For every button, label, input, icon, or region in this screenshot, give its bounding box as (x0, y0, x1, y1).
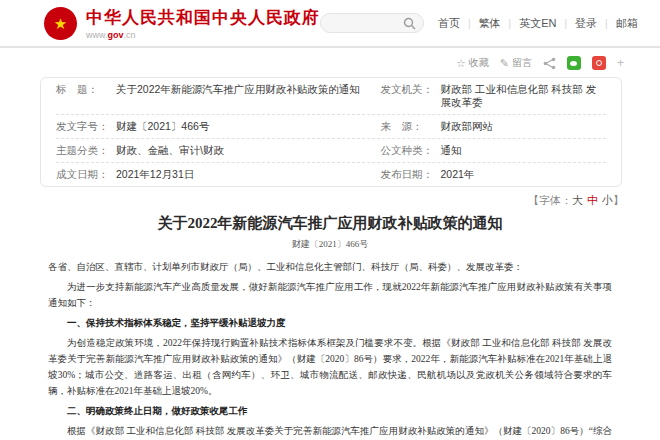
meta-value-category: 财政、金融、审计\财政 (116, 144, 224, 157)
paragraph-salutation: 各省、自治区、直辖市、计划单列市财政厅（局）、工业和信息化主管部门、科技厅（局、… (48, 259, 612, 275)
meta-label-title: 标 题： (56, 83, 116, 109)
font-size-medium-button[interactable]: 中 (587, 194, 598, 206)
section-heading-2: 二、明确政策终止日期，做好政策收尾工作 (48, 403, 612, 419)
meta-row-dates: 成文日期：2021年12月31日 发布日期：2021年 (56, 162, 606, 186)
nav-home[interactable]: 首页 (438, 16, 479, 31)
site-url: www.gov.cn (86, 30, 320, 40)
meta-value-doc-type: 通知 (441, 144, 462, 157)
comment-pencil-icon: ✎ (500, 58, 509, 69)
nav-traditional[interactable]: 繁体 (479, 16, 520, 31)
site-url-suffix: .cn (124, 30, 136, 40)
search-box[interactable] (320, 13, 424, 33)
paragraph-section-2: 根据《财政部 工业和信息化部 科技部 发展改革委关于完善新能源汽车推广应用财政补… (48, 423, 612, 440)
share-bar: ☆ 收藏 ✎ 留言 + (0, 48, 660, 76)
paragraph-section-1: 为创造稳定政策环境，2022年保持现行购置补贴技术指标体系框架及门槛要求不变。根… (48, 335, 612, 399)
weibo-icon[interactable] (592, 56, 606, 70)
meta-value-title: 关于2022年新能源汽车推广应用财政补贴政策的通知 (116, 83, 360, 109)
meta-row-title-agency: 标 题：关于2022年新能源汽车推广应用财政补贴政策的通知 发文机关：财政部 工… (56, 78, 606, 114)
favorite-label: 收藏 (469, 56, 489, 70)
nav-mail[interactable]: 邮箱 (616, 16, 638, 31)
nav-english[interactable]: 英文EN (519, 16, 575, 31)
meta-label-written-date: 成文日期： (56, 168, 116, 181)
meta-label-source: 来 源： (381, 120, 441, 133)
comment-label: 留言 (512, 56, 532, 70)
document-meta-card: 标 题：关于2022年新能源汽车推广应用财政补贴政策的通知 发文机关：财政部 工… (40, 77, 622, 187)
share-icon[interactable] (543, 57, 556, 70)
site-title: 中华人民共和国中央人民政府 (86, 6, 320, 29)
meta-row-category-type: 主题分类：财政、金融、审计\财政 公文种类：通知 (56, 138, 606, 162)
share-more-button[interactable]: + (617, 56, 624, 70)
site-url-prefix: www. (86, 30, 108, 40)
meta-label-doc-number: 发文字号： (56, 120, 116, 133)
site-header: ★ 中华人民共和国中央人民政府 www.gov.cn 首页 繁体 英文EN 登录… (0, 0, 660, 48)
favorite-star-icon: ☆ (456, 58, 466, 69)
meta-value-doc-number: 财建〔2021〕466号 (116, 120, 209, 133)
wechat-icon[interactable] (567, 56, 581, 70)
comment-button[interactable]: ✎ 留言 (500, 56, 532, 70)
font-bar-prefix: 【字体： (528, 194, 572, 206)
font-size-large-button[interactable]: 大 (572, 194, 583, 206)
site-url-gov: gov (108, 30, 124, 40)
meta-value-publish-date: 2021年 (441, 168, 475, 181)
national-emblem-icon[interactable]: ★ (44, 7, 77, 40)
meta-label-agency: 发文机关： (381, 83, 441, 109)
meta-label-publish-date: 发布日期： (381, 168, 441, 181)
meta-value-agency: 财政部 工业和信息化部 科技部 发展改革委 (441, 83, 607, 109)
document-body: 关于2022年新能源汽车推广应用财政补贴政策的通知 财建〔2021〕466号 各… (48, 214, 612, 440)
meta-row-number-source: 发文字号：财建〔2021〕466号 来 源：财政部网站 (56, 114, 606, 138)
meta-label-doc-type: 公文种类： (381, 144, 441, 157)
meta-value-written-date: 2021年12月31日 (116, 168, 194, 181)
paragraph-intro: 为进一步支持新能源汽车产业高质量发展，做好新能源汽车推广应用工作，现就2022年… (48, 279, 612, 311)
top-navigation: 首页 繁体 英文EN 登录 邮箱 (438, 16, 638, 31)
font-size-bar: 【字体：大中小】 (0, 187, 660, 208)
section-heading-1: 一、保持技术指标体系稳定，坚持平缓补贴退坡力度 (48, 315, 612, 331)
favorite-button[interactable]: ☆ 收藏 (456, 56, 489, 70)
nav-login[interactable]: 登录 (575, 16, 616, 31)
emblem-star-icon: ★ (54, 16, 67, 31)
site-identity[interactable]: 中华人民共和国中央人民政府 www.gov.cn (86, 6, 320, 40)
font-size-small-button[interactable]: 小 (602, 194, 613, 206)
search-icon[interactable] (403, 17, 416, 30)
meta-value-source: 财政部网站 (441, 120, 494, 133)
document-number: 财建〔2021〕466号 (48, 238, 612, 251)
meta-label-category: 主题分类： (56, 144, 116, 157)
font-bar-suffix: 】 (613, 194, 624, 206)
document-title: 关于2022年新能源汽车推广应用财政补贴政策的通知 (48, 214, 612, 233)
